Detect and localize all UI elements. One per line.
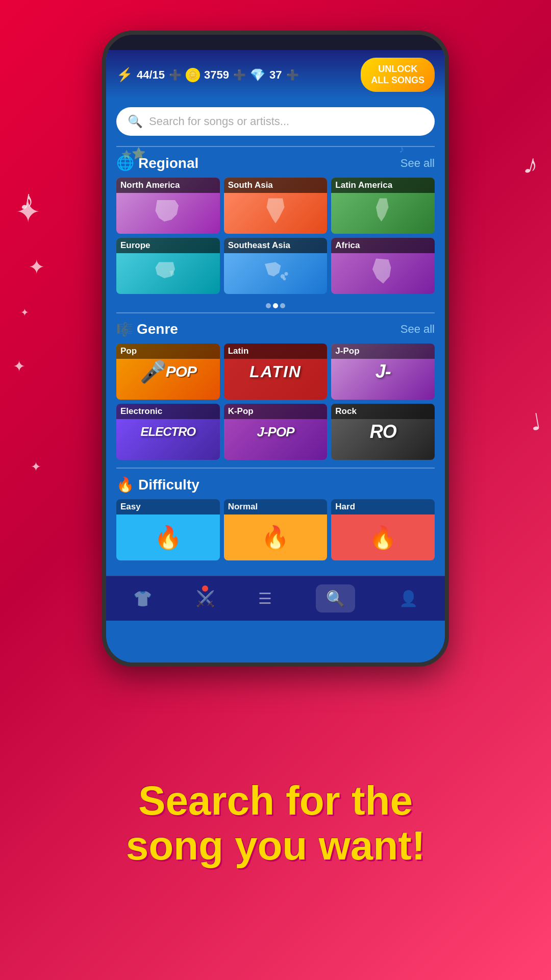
- north-america-label: North America: [116, 178, 220, 193]
- coin-icon: 🪙: [186, 68, 200, 82]
- phone-frame: ⚡ 44/15 ➕ 🪙 3759 ➕ 💎 37 ➕ UNLOCKALL SONG…: [102, 31, 449, 667]
- scroll-dot: [266, 303, 271, 308]
- genre-grid: 🎤 POP Pop LATIN Latin J-: [116, 344, 435, 460]
- nav-search[interactable]: 🔍: [316, 584, 355, 612]
- nav-shop[interactable]: 👕: [133, 590, 152, 607]
- region-europe[interactable]: Europe: [116, 238, 220, 294]
- coin-plus[interactable]: ➕: [233, 69, 246, 81]
- bottom-banner: Search for the song you want!: [106, 667, 446, 980]
- sparkle-3: ✦: [13, 357, 26, 375]
- regional-section: 🌐 Regional See all North America: [106, 150, 445, 299]
- sparkle-4: ✦: [31, 459, 41, 474]
- electronic-label: Electronic: [116, 404, 220, 419]
- banner-text: Search for the song you want!: [126, 778, 425, 868]
- kpop-text: J-POP: [257, 424, 294, 440]
- nav-songs[interactable]: ☰: [258, 590, 272, 607]
- search-nav-icon: 🔍: [326, 590, 345, 607]
- genre-electronic[interactable]: ELECTRO Electronic: [116, 404, 220, 460]
- nav-profile[interactable]: 👤: [399, 590, 418, 607]
- rock-label: Rock: [331, 404, 435, 419]
- gem-count: 37: [269, 68, 282, 82]
- search-placeholder: Search for songs or artists...: [149, 115, 289, 128]
- pop-label: Pop: [116, 344, 220, 359]
- africa-label: Africa: [331, 238, 435, 253]
- genre-kpop[interactable]: J-POP K-Pop: [224, 404, 328, 460]
- difficulty-easy[interactable]: Easy 🔥: [116, 499, 220, 560]
- svg-point-2: [283, 278, 286, 281]
- gem-plus[interactable]: ➕: [286, 69, 299, 81]
- divider-top: [116, 146, 435, 147]
- latin-label: Latin: [224, 344, 328, 359]
- genre-header: 🎼 Genre See all: [116, 321, 435, 337]
- difficulty-icon: 🔥: [116, 476, 134, 493]
- difficulty-header: 🔥 Difficulty: [116, 476, 435, 493]
- hard-flame-icon: 🔥: [369, 524, 397, 551]
- genre-rock[interactable]: RO Rock: [331, 404, 435, 460]
- svg-point-1: [284, 272, 288, 276]
- energy-plus[interactable]: ➕: [169, 69, 182, 81]
- normal-bg: 🔥: [224, 514, 328, 560]
- unlock-all-songs-button[interactable]: UNLOCKALL SONGS: [361, 58, 435, 92]
- europe-label: Europe: [116, 238, 220, 253]
- genre-see-all[interactable]: See all: [400, 323, 435, 336]
- regional-see-all[interactable]: See all: [400, 157, 435, 170]
- region-north-america[interactable]: North America: [116, 178, 220, 234]
- scroll-dot-active: [273, 303, 278, 308]
- region-africa[interactable]: Africa: [331, 238, 435, 294]
- app-header: ⚡ 44/15 ➕ 🪙 3759 ➕ 💎 37 ➕ UNLOCKALL SONG…: [106, 50, 445, 100]
- hard-label: Hard: [331, 499, 435, 514]
- scroll-dot-2: [280, 303, 285, 308]
- scroll-indicator: [106, 303, 445, 308]
- note-deco: ♪: [399, 143, 404, 155]
- region-southeast-asia[interactable]: Southeast Asia: [224, 238, 328, 294]
- spacer: [106, 566, 445, 576]
- difficulty-hard[interactable]: Hard 🔥: [331, 499, 435, 560]
- search-container: 🔍 Search for songs or artists...: [106, 100, 445, 143]
- shirt-icon: 👕: [133, 590, 152, 607]
- region-grid: North America South Asia: [116, 178, 435, 294]
- regional-header: 🌐 Regional See all: [116, 155, 435, 172]
- electronic-text: ELECTRO: [140, 425, 195, 439]
- difficulty-title: 🔥 Difficulty: [116, 476, 199, 493]
- banner-line1: Search for the: [138, 778, 413, 823]
- sparkle-2: ✦: [28, 255, 45, 279]
- southeast-asia-label: Southeast Asia: [224, 238, 328, 253]
- banner-line2: song you want!: [126, 823, 425, 868]
- latin-america-label: Latin America: [331, 178, 435, 193]
- nav-battle[interactable]: ⚔️: [196, 590, 215, 607]
- sparkle-1: ✦: [15, 194, 41, 230]
- search-bar[interactable]: 🔍 Search for songs or artists...: [116, 107, 435, 136]
- genre-title: 🎼 Genre: [116, 321, 178, 337]
- region-latin-america[interactable]: Latin America: [331, 178, 435, 234]
- music-note-right-bottom: ♩: [528, 408, 543, 436]
- genre-section: 🎼 Genre See all 🎤 POP Pop LATIN: [106, 316, 445, 465]
- search-icon: 🔍: [128, 114, 143, 129]
- south-asia-label: South Asia: [224, 178, 328, 193]
- star-deco: ⭐: [132, 147, 145, 160]
- region-south-asia[interactable]: South Asia: [224, 178, 328, 234]
- lightning-icon: ⚡: [116, 67, 133, 83]
- energy-count: 44/15: [137, 68, 165, 82]
- jpop-text: J-: [375, 361, 391, 382]
- jpop-label: J-Pop: [331, 344, 435, 359]
- genre-icon: 🎼: [116, 322, 133, 337]
- rock-text: RO: [370, 421, 396, 443]
- list-icon: ☰: [258, 590, 272, 607]
- profile-icon: 👤: [399, 590, 418, 607]
- music-note-right-top: ♪: [520, 147, 542, 182]
- genre-latin[interactable]: LATIN Latin: [224, 344, 328, 400]
- normal-flame-icon: 🔥: [261, 524, 289, 551]
- genre-jpop[interactable]: J- J-Pop: [331, 344, 435, 400]
- difficulty-grid: Easy 🔥 Normal 🔥 Hard 🔥: [116, 499, 435, 560]
- coin-count: 3759: [204, 68, 229, 82]
- genre-pop[interactable]: 🎤 POP Pop: [116, 344, 220, 400]
- sparkle-5: ✦: [20, 306, 29, 318]
- divider-mid: [116, 312, 435, 313]
- swords-icon: ⚔️: [196, 590, 215, 607]
- difficulty-normal[interactable]: Normal 🔥: [224, 499, 328, 560]
- kpop-label: K-Pop: [224, 404, 328, 419]
- easy-label: Easy: [116, 499, 220, 514]
- difficulty-section: 🔥 Difficulty Easy 🔥 Normal 🔥: [106, 471, 445, 566]
- pop-mic-icon: 🎤: [140, 359, 166, 384]
- bottom-navigation: 👕 ⚔️ ☰ 🔍 👤: [106, 576, 445, 621]
